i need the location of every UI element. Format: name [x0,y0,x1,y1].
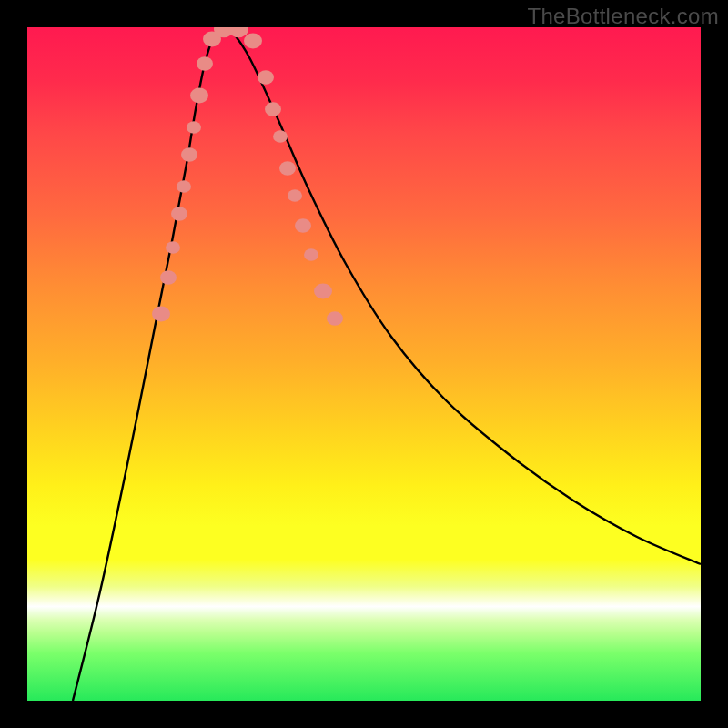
marker-layer [152,27,343,326]
data-marker [187,121,201,134]
data-marker [197,56,213,70]
data-marker [166,241,180,254]
data-marker [288,189,302,202]
data-marker [314,284,332,299]
data-marker [190,88,208,104]
data-marker [273,130,288,143]
data-marker [265,102,281,116]
bottleneck-curve [73,27,701,701]
chart-svg [27,27,701,701]
data-marker [171,207,187,220]
data-marker [228,27,248,37]
data-marker [258,70,274,84]
data-marker [295,218,311,232]
data-marker [279,161,296,175]
data-marker [160,270,177,284]
data-marker [244,34,262,49]
chart-frame: TheBottleneck.com [0,0,728,728]
data-marker [181,147,197,161]
data-marker [304,248,318,261]
watermark-text: TheBottleneck.com [527,4,719,29]
chart-plot-area [27,27,701,701]
data-marker [152,307,170,322]
data-marker [327,311,343,325]
data-marker [177,180,191,193]
